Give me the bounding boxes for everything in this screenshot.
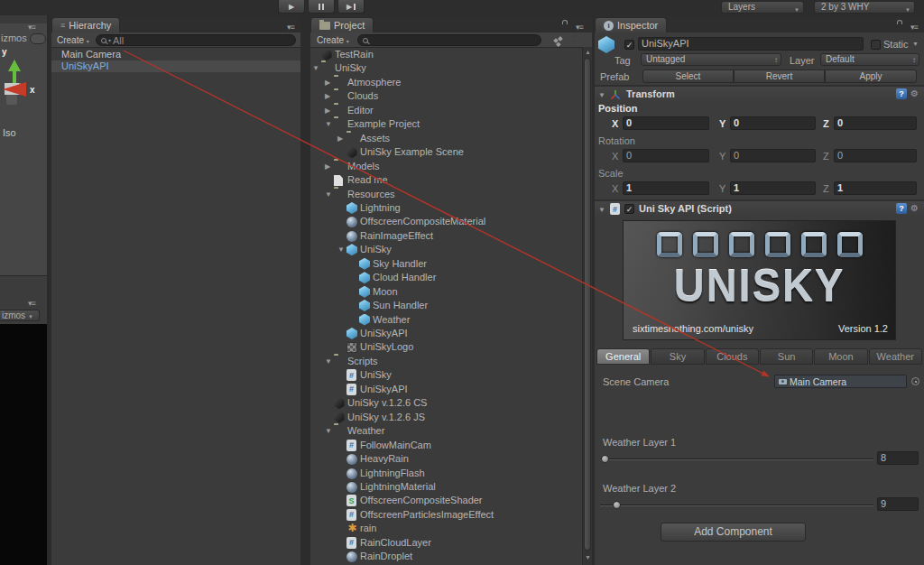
unisky-tab-sun[interactable]: Sun (760, 348, 813, 365)
layers-dropdown[interactable]: Layers ▼ (721, 1, 804, 14)
project-tree-row[interactable]: ▶Assets (310, 132, 579, 145)
gear-icon[interactable]: ⚙ (910, 203, 919, 214)
hierarchy-search-input[interactable]: ▾ All (96, 34, 296, 46)
unisky-component-header[interactable]: ▼ # ✓ Uni Sky API (Script) ? ⚙ (595, 200, 924, 217)
project-tree-row[interactable]: SOffscreenCompositeShader (310, 494, 579, 507)
scale-z-field[interactable]: 1 (834, 181, 917, 195)
object-picker-icon[interactable] (911, 377, 919, 385)
add-component-button[interactable]: Add Component (661, 523, 806, 542)
project-tree-row[interactable]: ▼Example Project (310, 117, 579, 131)
static-checkbox[interactable] (871, 40, 881, 50)
project-tree-row[interactable]: #OffscreenParticlesImageEffect (310, 508, 579, 522)
tag-dropdown[interactable]: Untagged (641, 53, 781, 66)
project-tree-row[interactable]: ✱rain (310, 522, 579, 535)
scale-x-field[interactable]: 1 (623, 181, 709, 195)
tab-hierarchy[interactable]: ≡ Hierarchy (51, 17, 120, 32)
project-tree-row[interactable]: #FollowMainCam (310, 439, 579, 452)
project-tree-row[interactable]: ▼Resources (310, 188, 579, 201)
weather-layer-1-slider-track[interactable] (600, 458, 873, 460)
project-tree-row[interactable]: ▼Scripts (310, 355, 579, 368)
foldout-open-icon[interactable]: ▼ (325, 357, 334, 366)
gameobject-active-checkbox[interactable]: ✓ (624, 40, 634, 50)
prefab-select-button[interactable]: Select (642, 69, 734, 83)
unisky-tab-weather[interactable]: Weather (869, 348, 922, 365)
foldout-open-icon[interactable]: ▼ (325, 120, 334, 128)
project-tree-row[interactable]: HeavyRain (310, 452, 579, 466)
project-tree-row[interactable]: LightningFlash (310, 467, 579, 480)
tab-inspector[interactable]: i Inspector (595, 17, 667, 32)
foldout-closed-icon[interactable]: ▶ (325, 79, 334, 87)
foldout-open-icon[interactable]: ▼ (325, 427, 334, 435)
project-tree-row[interactable]: ▼Weather (310, 424, 579, 438)
project-tree-row[interactable]: Lightning (310, 201, 579, 215)
foldout-closed-icon[interactable]: ▶ (325, 162, 334, 171)
pause-button[interactable] (308, 0, 335, 14)
weather-layer-1-slider-thumb[interactable] (601, 455, 609, 463)
project-tree-row[interactable]: Weather (310, 313, 579, 327)
project-tree-row[interactable]: UniSky Example Scene (310, 145, 579, 159)
layout-dropdown[interactable]: 2 by 3 WHY ▼ (814, 1, 915, 14)
project-tree-row[interactable]: UniSkyLogo (310, 340, 579, 354)
project-tree-row[interactable]: ▼UniSky (310, 243, 579, 256)
foldout-closed-icon[interactable]: ▶ (325, 107, 334, 115)
panel-menu-icon[interactable]: ▾≡ (28, 300, 35, 308)
project-tree-row[interactable]: ▶Models (310, 160, 579, 173)
project-tree-row[interactable]: UniSkyAPI (310, 327, 579, 340)
project-tree-row[interactable]: #UniSky (310, 368, 579, 382)
layer-dropdown[interactable]: Default (820, 53, 919, 66)
gizmos-dropdown-button[interactable]: izmos ▼ (0, 310, 40, 321)
component-enabled-checkbox[interactable]: ✓ (624, 204, 634, 214)
project-tree-row[interactable]: RainDroplet (310, 550, 579, 563)
position-y-field[interactable]: 0 (730, 116, 816, 130)
scene-orientation-gizmo[interactable]: y x Iso (0, 42, 49, 160)
unisky-tab-moon[interactable]: Moon (814, 348, 867, 365)
project-tree-row[interactable]: ▶Editor (310, 104, 579, 117)
project-tree-row[interactable]: ▶Atmosphere (310, 76, 579, 89)
foldout-open-icon[interactable]: ▼ (337, 245, 346, 254)
unisky-tab-sky[interactable]: Sky (651, 348, 704, 365)
scrollbar-thumb[interactable] (584, 58, 591, 551)
project-tree-row[interactable]: Sun Handler (310, 299, 579, 312)
panel-menu-icon[interactable]: ▾≡ (287, 23, 294, 32)
project-tree-row[interactable]: LightningMaterial (310, 480, 579, 494)
project-search-input[interactable] (357, 34, 541, 46)
project-tree-row[interactable]: Read me (310, 173, 579, 187)
foldout-open-icon[interactable]: ▼ (325, 190, 334, 199)
rotation-x-field[interactable]: 0 (623, 149, 709, 162)
project-tree-row[interactable]: TestRain (310, 48, 579, 61)
help-icon[interactable]: ? (896, 203, 907, 214)
play-button[interactable]: ▶ (278, 0, 305, 14)
gameobject-name-field[interactable]: UniSkyAPI (638, 37, 864, 51)
foldout-open-icon[interactable]: ▼ (598, 206, 605, 214)
tab-project[interactable]: Project (310, 17, 374, 32)
project-tree-row[interactable]: UniSky v.1.2.6 CS (310, 396, 579, 410)
unisky-tab-general[interactable]: General (596, 348, 650, 365)
project-create-button[interactable]: Create ▾ (313, 34, 355, 46)
foldout-open-icon[interactable]: ▼ (312, 64, 321, 72)
project-tree-row[interactable]: #UniSkyAPI (310, 383, 579, 396)
project-tree-row[interactable]: ▶Clouds (310, 89, 579, 103)
project-tree-row[interactable]: RainImageEffect (310, 229, 579, 243)
help-icon[interactable]: ? (896, 88, 907, 99)
unisky-tab-clouds[interactable]: Clouds (706, 348, 759, 365)
project-tree-row[interactable]: OffscreenCompositeMaterial (310, 215, 579, 228)
prefab-revert-button[interactable]: Revert (734, 69, 825, 83)
panel-menu-icon[interactable]: ▾≡ (910, 23, 918, 32)
hierarchy-item[interactable]: Main Camera (51, 49, 300, 60)
hierarchy-item[interactable]: UniSkyAPI (51, 60, 300, 72)
project-tree-row[interactable]: Cloud Handler (310, 271, 579, 284)
panel-menu-icon[interactable]: ▾≡ (28, 23, 35, 32)
project-tree-row[interactable]: #RainCloudLayer (310, 536, 579, 550)
transform-header[interactable]: ▼ Transform ? ⚙ (595, 86, 924, 102)
scale-y-field[interactable]: 1 (730, 181, 816, 195)
project-tree-row[interactable]: ▼UniSky (310, 61, 579, 75)
foldout-open-icon[interactable]: ▼ (598, 91, 605, 99)
rotation-z-field[interactable]: 0 (834, 149, 917, 162)
hierarchy-create-button[interactable]: Create ▾ (53, 34, 95, 46)
scene-camera-object-field[interactable]: Main Camera (774, 375, 907, 388)
project-tree-row[interactable]: Sky Handler (310, 257, 579, 271)
position-x-field[interactable]: 0 (623, 116, 709, 130)
scroll-down-icon[interactable]: ▼ (585, 554, 591, 560)
rotation-y-field[interactable]: 0 (730, 149, 816, 162)
panel-menu-icon[interactable]: ▾≡ (576, 23, 583, 32)
